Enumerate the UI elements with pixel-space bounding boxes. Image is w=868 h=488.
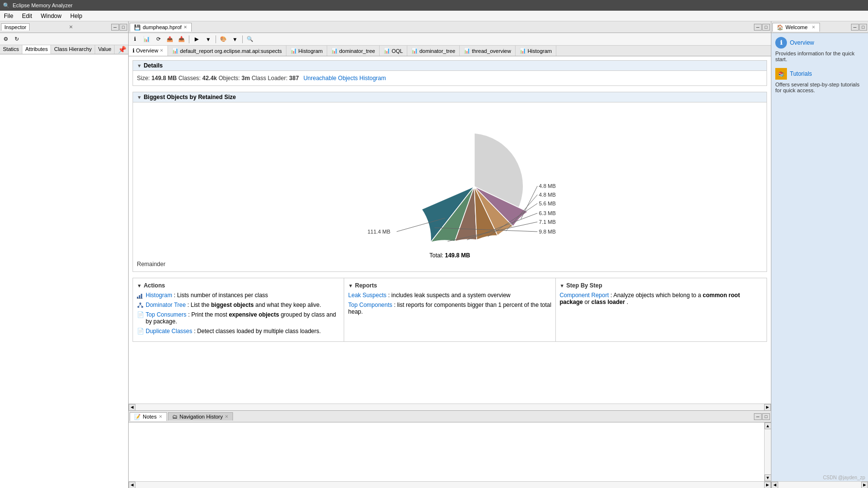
menu-file[interactable]: File [2,12,15,20]
welcome-tutorials-icon: 📚 [775,68,787,80]
editor-tab-dumpheap[interactable]: 💾 dumpheap.hprof ✕ [130,23,192,32]
inspector-tab-statics[interactable]: Statics [0,45,22,54]
nav-history-tab-close[interactable]: ✕ [225,414,229,419]
inspector-close-icon[interactable]: ✕ [69,24,73,30]
label-111mb: 111.4 MB [367,229,390,235]
pie-chart-svg: 111.4 MB 9.8 MB 7.1 MB [304,111,596,247]
welcome-scroll-left[interactable]: ◀ [771,482,778,488]
welcome-tutorials-link[interactable]: Tutorials [790,70,812,77]
welcome-scroll-track[interactable] [778,482,861,488]
report-leak-suspects: Leak Suspects : includes leak suspects a… [348,292,551,299]
dominator-link[interactable]: Dominator Tree [146,302,186,308]
histogram-desc: : Lists number of instances per class [174,292,268,299]
notes-tab-close[interactable]: ✕ [159,414,163,419]
toolbar-import-btn[interactable]: 📥 [176,34,187,44]
welcome-overview-icon: ℹ [775,37,787,49]
menu-edit[interactable]: Edit [20,12,34,20]
overview-tab-histogram2[interactable]: 📊 Histogram [516,46,556,56]
total-text: Total: [429,252,445,259]
overview-tab-dominator1[interactable]: 📊 dominator_tree [327,46,380,56]
actions-collapse-icon: ▼ [137,283,142,288]
scroll-left-btn[interactable]: ◀ [129,404,135,411]
biggest-objects-header[interactable]: ▼ Biggest Objects by Retained Size [133,92,767,102]
objects-value: 3m [242,75,250,82]
menu-window[interactable]: Window [39,12,64,20]
toolbar-info-btn[interactable]: ℹ [130,34,140,44]
overview-tab-close-icon[interactable]: ✕ [160,48,164,53]
inspector-toolbar-btn2[interactable]: ↻ [12,34,21,44]
welcome-tab-close-icon[interactable]: ✕ [812,25,816,30]
toolbar-run-btn[interactable]: ▶ [191,34,202,44]
welcome-maximize-btn[interactable]: □ [859,24,867,31]
inspector-toolbar-btn1[interactable]: ⚙ [1,34,11,44]
component-report-link[interactable]: Component Report [560,292,609,299]
bottom-sections: ▼ Actions Histogram : Lists number of i [133,278,767,342]
reports-section-header[interactable]: ▼ Reports [348,282,551,289]
step-by-step-header[interactable]: ▼ Step By Step [560,282,763,289]
scroll-track[interactable] [135,404,764,411]
horiz-scrollbar: ◀ ▶ [129,404,771,410]
consumers-link[interactable]: Top Consumers [146,311,186,318]
histogram-link[interactable]: Histogram [146,292,172,299]
notes-tab-label: Notes [143,414,157,420]
overview-tab-dominator2[interactable]: 📊 dominator_tree [407,46,460,56]
inspector-tab-attributes[interactable]: Attributes [22,45,51,54]
top-components-link[interactable]: Top Components [348,302,392,308]
toolbar-refresh-btn[interactable]: ⟳ [153,34,164,44]
inspector-tab-class-hierarchy[interactable]: Class Hierarchy [51,45,95,54]
biggest-objects-collapse-icon: ▼ [137,95,142,100]
size-value: 149.8 MB [151,75,177,82]
svg-rect-2 [141,294,142,299]
welcome-tab[interactable]: 🏠 Welcome ✕ [772,23,820,32]
bottom-scroll-left-btn[interactable]: ◀ [129,482,135,488]
inspector-tab-value[interactable]: Value [95,45,115,54]
toolbar-sep1 [189,35,189,43]
scroll-right-btn[interactable]: ▶ [764,404,771,411]
editor-maximize-btn[interactable]: □ [762,24,770,31]
unreachable-link[interactable]: Unreachable Objects Histogram [303,75,386,82]
bottom-scroll-down-btn[interactable]: ▼ [765,474,771,481]
inspector-minimize-btn[interactable]: ─ [111,24,119,31]
toolbar-chart-btn[interactable]: 📊 [141,34,152,44]
welcome-minimize-btn[interactable]: ─ [851,24,859,31]
menu-help[interactable]: Help [68,12,84,20]
toolbar-palette-dropdown-btn[interactable]: ▼ [230,34,240,44]
consumers-icon: 📄 [137,311,144,317]
toolbar-sep2 [216,35,216,43]
inspector-maximize-btn[interactable]: □ [119,24,127,31]
toolbar-export-btn[interactable]: 📤 [165,34,175,44]
dumpheap-tab-close-icon[interactable]: ✕ [184,25,187,30]
consumers-text: Top Consumers : Print the most expensive… [146,311,340,325]
nav-history-tab[interactable]: 🗂 Navigation History ✕ [168,412,233,421]
overview-tab-histogram1[interactable]: 📊 Histogram [286,46,327,56]
oql-label: OQL [392,48,403,54]
welcome-scroll-right[interactable]: ▶ [861,482,868,488]
bottom-scroll-up-btn[interactable]: ▲ [765,422,771,429]
overview-tab-overview[interactable]: ℹ Overview ✕ [129,46,168,56]
bottom-panel-minimize-btn[interactable]: ─ [754,413,762,420]
bottom-scroll-right-btn[interactable]: ▶ [764,482,771,488]
inspector-pin-icon[interactable]: 📌 [116,45,128,54]
details-section-header[interactable]: ▼ Details [133,61,767,71]
overview-tab-suspects[interactable]: 📊 default_report org.eclipse.mat.api:sus… [168,46,286,56]
overview-tab-oql[interactable]: 📊 OQL [380,46,407,56]
toolbar-dropdown-btn[interactable]: ▼ [203,34,214,44]
step-by-step-label: Step By Step [567,282,602,289]
inspector-tab[interactable]: Inspector [1,23,30,31]
duplicates-link[interactable]: Duplicate Classes [146,328,192,335]
bottom-scroll-bar-track[interactable] [135,482,764,488]
toolbar-search-btn[interactable]: 🔍 [245,34,255,44]
bottom-panel-maximize-btn[interactable]: □ [762,413,770,420]
welcome-overview-link[interactable]: Overview [790,39,814,46]
notes-tab[interactable]: 📝 Notes ✕ [130,412,167,421]
actions-section-header[interactable]: ▼ Actions [137,282,340,289]
dominator2-label: dominator_tree [419,48,455,54]
leak-suspects-link[interactable]: Leak Suspects [348,292,386,299]
editor-minimize-btn[interactable]: ─ [754,24,762,31]
welcome-minmax: ─ □ [851,24,867,31]
toolbar-palette-btn[interactable]: 🎨 [218,34,229,44]
histogram2-icon: 📊 [519,48,526,54]
histogram-action-text: Histogram : Lists number of instances pe… [146,292,268,299]
overview-tab-thread[interactable]: 📊 thread_overview [460,46,516,56]
bottom-panel: 📝 Notes ✕ 🗂 Navigation History ✕ ─ □ ▲ [129,410,771,488]
